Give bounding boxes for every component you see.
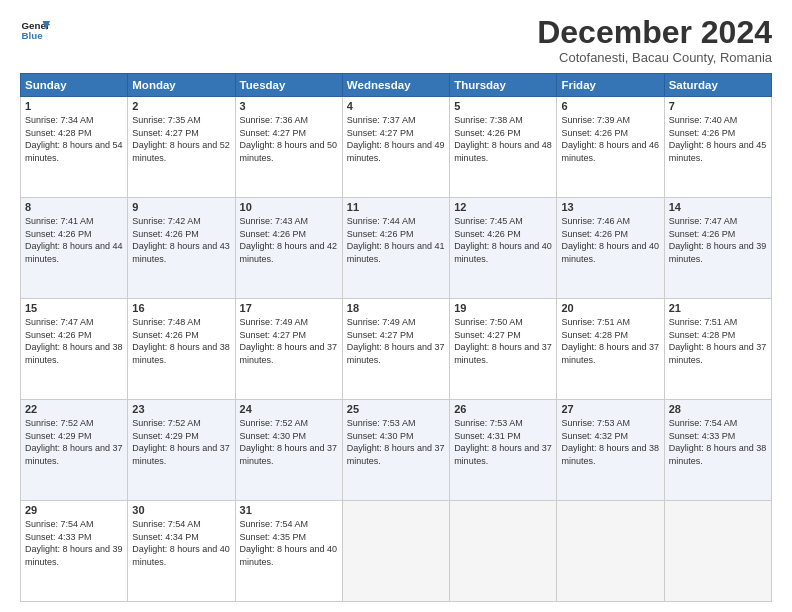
day-info: Sunrise: 7:51 AMSunset: 4:28 PMDaylight:…	[669, 316, 767, 366]
empty-cell	[342, 501, 449, 602]
empty-cell	[664, 501, 771, 602]
day-info: Sunrise: 7:46 AMSunset: 4:26 PMDaylight:…	[561, 215, 659, 265]
day-info: Sunrise: 7:35 AMSunset: 4:27 PMDaylight:…	[132, 114, 230, 164]
week-row-2: 8Sunrise: 7:41 AMSunset: 4:26 PMDaylight…	[21, 198, 772, 299]
title-block: December 2024 Cotofanesti, Bacau County,…	[537, 15, 772, 65]
day-cell-14: 14Sunrise: 7:47 AMSunset: 4:26 PMDayligh…	[664, 198, 771, 299]
day-number: 27	[561, 403, 659, 415]
header-day-thursday: Thursday	[450, 74, 557, 97]
day-info: Sunrise: 7:47 AMSunset: 4:26 PMDaylight:…	[669, 215, 767, 265]
day-cell-23: 23Sunrise: 7:52 AMSunset: 4:29 PMDayligh…	[128, 400, 235, 501]
day-cell-5: 5Sunrise: 7:38 AMSunset: 4:26 PMDaylight…	[450, 97, 557, 198]
day-info: Sunrise: 7:52 AMSunset: 4:30 PMDaylight:…	[240, 417, 338, 467]
day-info: Sunrise: 7:50 AMSunset: 4:27 PMDaylight:…	[454, 316, 552, 366]
day-number: 15	[25, 302, 123, 314]
day-number: 5	[454, 100, 552, 112]
month-title: December 2024	[537, 15, 772, 50]
day-info: Sunrise: 7:37 AMSunset: 4:27 PMDaylight:…	[347, 114, 445, 164]
day-number: 23	[132, 403, 230, 415]
day-info: Sunrise: 7:54 AMSunset: 4:33 PMDaylight:…	[669, 417, 767, 467]
day-number: 22	[25, 403, 123, 415]
day-cell-31: 31Sunrise: 7:54 AMSunset: 4:35 PMDayligh…	[235, 501, 342, 602]
day-cell-15: 15Sunrise: 7:47 AMSunset: 4:26 PMDayligh…	[21, 299, 128, 400]
day-number: 20	[561, 302, 659, 314]
day-cell-3: 3Sunrise: 7:36 AMSunset: 4:27 PMDaylight…	[235, 97, 342, 198]
header-day-monday: Monday	[128, 74, 235, 97]
day-info: Sunrise: 7:53 AMSunset: 4:31 PMDaylight:…	[454, 417, 552, 467]
day-info: Sunrise: 7:52 AMSunset: 4:29 PMDaylight:…	[132, 417, 230, 467]
day-info: Sunrise: 7:54 AMSunset: 4:33 PMDaylight:…	[25, 518, 123, 568]
day-info: Sunrise: 7:52 AMSunset: 4:29 PMDaylight:…	[25, 417, 123, 467]
day-number: 2	[132, 100, 230, 112]
day-cell-2: 2Sunrise: 7:35 AMSunset: 4:27 PMDaylight…	[128, 97, 235, 198]
day-number: 29	[25, 504, 123, 516]
day-info: Sunrise: 7:49 AMSunset: 4:27 PMDaylight:…	[347, 316, 445, 366]
week-row-4: 22Sunrise: 7:52 AMSunset: 4:29 PMDayligh…	[21, 400, 772, 501]
day-number: 31	[240, 504, 338, 516]
logo: General Blue	[20, 15, 50, 45]
header: General Blue December 2024 Cotofanesti, …	[20, 15, 772, 65]
day-info: Sunrise: 7:38 AMSunset: 4:26 PMDaylight:…	[454, 114, 552, 164]
day-cell-26: 26Sunrise: 7:53 AMSunset: 4:31 PMDayligh…	[450, 400, 557, 501]
header-row: SundayMondayTuesdayWednesdayThursdayFrid…	[21, 74, 772, 97]
subtitle: Cotofanesti, Bacau County, Romania	[537, 50, 772, 65]
day-info: Sunrise: 7:44 AMSunset: 4:26 PMDaylight:…	[347, 215, 445, 265]
day-cell-17: 17Sunrise: 7:49 AMSunset: 4:27 PMDayligh…	[235, 299, 342, 400]
day-number: 28	[669, 403, 767, 415]
day-cell-22: 22Sunrise: 7:52 AMSunset: 4:29 PMDayligh…	[21, 400, 128, 501]
day-cell-29: 29Sunrise: 7:54 AMSunset: 4:33 PMDayligh…	[21, 501, 128, 602]
day-number: 6	[561, 100, 659, 112]
day-cell-12: 12Sunrise: 7:45 AMSunset: 4:26 PMDayligh…	[450, 198, 557, 299]
day-info: Sunrise: 7:34 AMSunset: 4:28 PMDaylight:…	[25, 114, 123, 164]
day-number: 18	[347, 302, 445, 314]
header-day-tuesday: Tuesday	[235, 74, 342, 97]
day-info: Sunrise: 7:42 AMSunset: 4:26 PMDaylight:…	[132, 215, 230, 265]
week-row-5: 29Sunrise: 7:54 AMSunset: 4:33 PMDayligh…	[21, 501, 772, 602]
day-number: 25	[347, 403, 445, 415]
day-info: Sunrise: 7:54 AMSunset: 4:34 PMDaylight:…	[132, 518, 230, 568]
day-info: Sunrise: 7:53 AMSunset: 4:30 PMDaylight:…	[347, 417, 445, 467]
header-day-sunday: Sunday	[21, 74, 128, 97]
day-number: 13	[561, 201, 659, 213]
week-row-3: 15Sunrise: 7:47 AMSunset: 4:26 PMDayligh…	[21, 299, 772, 400]
day-cell-9: 9Sunrise: 7:42 AMSunset: 4:26 PMDaylight…	[128, 198, 235, 299]
day-cell-4: 4Sunrise: 7:37 AMSunset: 4:27 PMDaylight…	[342, 97, 449, 198]
day-number: 30	[132, 504, 230, 516]
day-info: Sunrise: 7:36 AMSunset: 4:27 PMDaylight:…	[240, 114, 338, 164]
day-info: Sunrise: 7:41 AMSunset: 4:26 PMDaylight:…	[25, 215, 123, 265]
general-blue-logo-icon: General Blue	[20, 15, 50, 45]
day-cell-16: 16Sunrise: 7:48 AMSunset: 4:26 PMDayligh…	[128, 299, 235, 400]
empty-cell	[557, 501, 664, 602]
day-number: 17	[240, 302, 338, 314]
day-number: 11	[347, 201, 445, 213]
day-info: Sunrise: 7:51 AMSunset: 4:28 PMDaylight:…	[561, 316, 659, 366]
day-cell-6: 6Sunrise: 7:39 AMSunset: 4:26 PMDaylight…	[557, 97, 664, 198]
day-info: Sunrise: 7:40 AMSunset: 4:26 PMDaylight:…	[669, 114, 767, 164]
day-cell-19: 19Sunrise: 7:50 AMSunset: 4:27 PMDayligh…	[450, 299, 557, 400]
day-number: 24	[240, 403, 338, 415]
day-info: Sunrise: 7:48 AMSunset: 4:26 PMDaylight:…	[132, 316, 230, 366]
day-number: 14	[669, 201, 767, 213]
day-info: Sunrise: 7:53 AMSunset: 4:32 PMDaylight:…	[561, 417, 659, 467]
empty-cell	[450, 501, 557, 602]
page: General Blue December 2024 Cotofanesti, …	[0, 0, 792, 612]
day-number: 19	[454, 302, 552, 314]
day-cell-18: 18Sunrise: 7:49 AMSunset: 4:27 PMDayligh…	[342, 299, 449, 400]
day-number: 9	[132, 201, 230, 213]
header-day-saturday: Saturday	[664, 74, 771, 97]
day-info: Sunrise: 7:43 AMSunset: 4:26 PMDaylight:…	[240, 215, 338, 265]
day-number: 21	[669, 302, 767, 314]
day-number: 8	[25, 201, 123, 213]
day-number: 26	[454, 403, 552, 415]
day-number: 4	[347, 100, 445, 112]
day-cell-30: 30Sunrise: 7:54 AMSunset: 4:34 PMDayligh…	[128, 501, 235, 602]
svg-text:Blue: Blue	[22, 30, 44, 41]
day-cell-20: 20Sunrise: 7:51 AMSunset: 4:28 PMDayligh…	[557, 299, 664, 400]
day-cell-25: 25Sunrise: 7:53 AMSunset: 4:30 PMDayligh…	[342, 400, 449, 501]
day-info: Sunrise: 7:39 AMSunset: 4:26 PMDaylight:…	[561, 114, 659, 164]
day-info: Sunrise: 7:54 AMSunset: 4:35 PMDaylight:…	[240, 518, 338, 568]
header-day-friday: Friday	[557, 74, 664, 97]
day-number: 3	[240, 100, 338, 112]
day-cell-1: 1Sunrise: 7:34 AMSunset: 4:28 PMDaylight…	[21, 97, 128, 198]
day-cell-10: 10Sunrise: 7:43 AMSunset: 4:26 PMDayligh…	[235, 198, 342, 299]
